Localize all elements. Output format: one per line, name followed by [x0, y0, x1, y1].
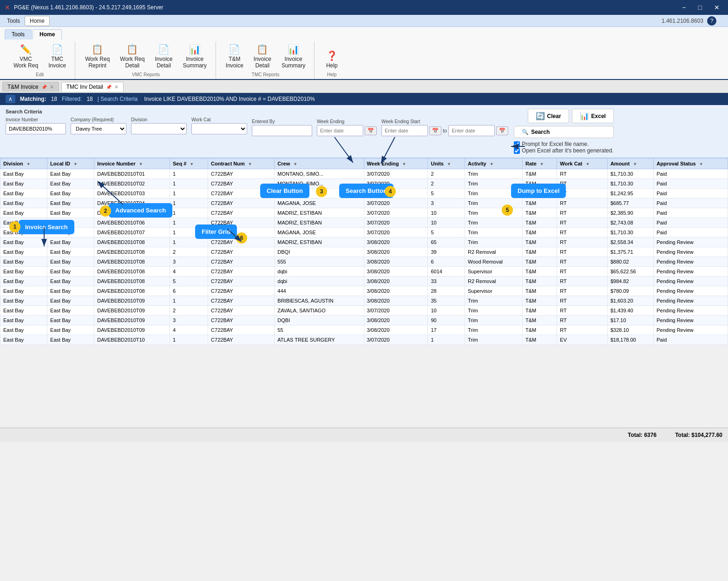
week-ending-input[interactable] — [317, 125, 363, 136]
prompt-excel-checkbox[interactable] — [514, 141, 520, 147]
prompt-excel-option[interactable]: Prompt for Excel file name. — [514, 141, 614, 147]
col-header-units[interactable]: Units ▼ — [428, 158, 465, 169]
doc-tab-tmc-inv-detail[interactable]: TMC Inv Detail 📌 ✕ — [61, 82, 124, 92]
clear-button[interactable]: 🔄 Clear — [528, 109, 569, 123]
cell-4-2: DAVEBEBD2010T05 — [94, 208, 170, 218]
entered-by-input[interactable] — [252, 125, 312, 136]
grid-container[interactable]: Division ▼ Local ID ▼ Invoice Number ▼ S… — [0, 158, 728, 428]
cell-10-8: Supervisor — [465, 267, 523, 277]
cell-10-4: C722BAY — [208, 267, 275, 277]
table-row[interactable]: East BayEast BayDAVEBEBD2010T071C722BAYM… — [0, 228, 728, 238]
week-ending-end-input[interactable] — [448, 125, 495, 136]
menu-home[interactable]: Home — [25, 16, 50, 26]
cell-12-2: DAVEBEBD2010T08 — [94, 286, 170, 296]
col-header-week-ending[interactable]: Week Ending ▼ — [364, 158, 428, 169]
week-ending-start-cal-button[interactable]: 📅 — [429, 126, 441, 135]
cell-2-6: 3/07/2020 — [364, 189, 428, 198]
col-header-amount[interactable]: Amount ▼ — [607, 158, 653, 169]
invoice-summary-tmc-button[interactable]: 📊 InvoiceSummary — [277, 41, 309, 71]
help-circle[interactable]: ? — [707, 16, 716, 26]
cell-0-6: 3/07/2020 — [364, 169, 428, 179]
open-excel-checkbox[interactable] — [514, 148, 520, 154]
week-ending-end-cal-button[interactable]: 📅 — [496, 126, 508, 135]
cell-8-8: R2 Removal — [465, 247, 523, 257]
ribbon-group-help: ❓ Help Help — [315, 48, 348, 79]
table-row[interactable]: East BayEast BayDAVEBEBD2010T082C722BAYD… — [0, 247, 728, 257]
cell-12-8: Supervisor — [465, 286, 523, 296]
ribbon-tab-home[interactable]: Home — [33, 29, 62, 40]
cell-3-9: T&M — [522, 198, 557, 208]
cell-17-3: 1 — [170, 335, 208, 345]
table-row[interactable]: East BayEast BayDAVEBEBD2010T084C722BAYd… — [0, 267, 728, 277]
table-row[interactable]: East BayEast BayDAVEBEBD2010T094C722BAY5… — [0, 325, 728, 335]
cell-12-4: C722BAY — [208, 286, 275, 296]
cell-13-0: East Bay — [0, 296, 47, 306]
table-row[interactable]: East BayEast BayDAVEBEBD2010T092C722BAYZ… — [0, 306, 728, 316]
cell-3-5: MAGANA, JOSE — [275, 198, 364, 208]
menu-bar: Tools Home 1.461.2106.8603 ? — [0, 15, 728, 27]
close-tab-1[interactable]: ✕ — [114, 84, 118, 90]
maximize-button[interactable]: □ — [695, 3, 706, 12]
table-row[interactable]: East BayEast BayDAVEBEBD2010T101C722BAYA… — [0, 335, 728, 345]
table-row[interactable]: East BayEast BayDAVEBEBD2010T011C722BAYM… — [0, 169, 728, 179]
cell-1-6: 3/07/2020 — [364, 179, 428, 189]
collapse-button[interactable]: ∧ — [6, 95, 15, 103]
invoice-summary-vmc-button[interactable]: 📊 InvoiceSummary — [178, 41, 210, 71]
invoice-detail-icon: 📄 — [158, 44, 170, 55]
work-req-detail-button[interactable]: 📋 Work ReqDetail — [116, 41, 149, 71]
company-select[interactable]: Davey Tree — [71, 123, 126, 134]
minimize-button[interactable]: − — [678, 3, 689, 12]
col-header-local-id[interactable]: Local ID ▼ — [47, 158, 94, 169]
close-tab-0[interactable]: ✕ — [50, 84, 54, 90]
help-button[interactable]: ❓ Help — [320, 48, 343, 71]
tm-invoice-button[interactable]: 📄 T&MInvoice — [222, 41, 248, 71]
col-header-rate[interactable]: Rate ▼ — [522, 158, 557, 169]
table-row[interactable]: East BayEast BayDAVEBEBD2010T085C722BAYd… — [0, 277, 728, 286]
close-button[interactable]: ✕ — [710, 3, 723, 12]
vmc-work-req-button[interactable]: ✏️ VMCWork Req — [9, 41, 42, 71]
doc-tab-tmc-inv-detail-label: TMC Inv Detail — [66, 84, 103, 90]
table-row[interactable]: East BayEast BayDAVEBEBD2010T091C722BAYB… — [0, 296, 728, 306]
week-ending-start-input[interactable] — [381, 125, 428, 136]
ribbon: Tools Home ✏️ VMCWork Req 📄 TMCInvoice E… — [0, 27, 728, 80]
week-ending-cal-button[interactable]: 📅 — [365, 126, 377, 135]
table-row[interactable]: East BayEast BayDAVEBEBD2010T086C722BAY4… — [0, 286, 728, 296]
tmc-invoice-button[interactable]: 📄 TMCInvoice — [44, 41, 70, 71]
work-req-reprint-button[interactable]: 📋 Work ReqReprint — [81, 41, 114, 71]
excel-button[interactable]: 📊 Excel — [572, 109, 614, 123]
table-row[interactable]: East BayEast BayDAVEBEBD2010T093C722BAYD… — [0, 316, 728, 325]
cell-2-10: RT — [557, 189, 608, 198]
col-header-invoice-number[interactable]: Invoice Number ▼ — [94, 158, 170, 169]
table-row[interactable]: East BayEast BayDAVEBEBD2010T061C722BAYM… — [0, 218, 728, 228]
week-ending-label: Week Ending — [317, 119, 377, 124]
invoice-detail-button[interactable]: 📄 InvoiceDetail — [151, 41, 177, 71]
status-bar: Total: 6376 Total: $104,277.60 — [0, 428, 728, 442]
table-row[interactable]: East BayEast BayDAVEBEBD2010T081C722BAYM… — [0, 238, 728, 247]
table-row[interactable]: East BayEast BayDAVEBEBD2010T083C722BAY5… — [0, 257, 728, 267]
division-select[interactable] — [131, 123, 187, 134]
cell-16-9: T&M — [522, 325, 557, 335]
col-header-work-cat[interactable]: Work Cat ▼ — [557, 158, 608, 169]
ribbon-tab-tools[interactable]: Tools — [5, 29, 32, 40]
table-row[interactable]: East BayEast BayDAVEBEBD2010T021C722BAYM… — [0, 179, 728, 189]
col-header-contract-num[interactable]: Contract Num ▼ — [208, 158, 275, 169]
table-row[interactable]: East BayEast BayDAVEBEBD2010T051C722BAYM… — [0, 208, 728, 218]
work-cat-select[interactable] — [191, 123, 247, 134]
doc-tab-tm-invoice[interactable]: T&M Invoice 📌 ✕ — [2, 82, 59, 92]
search-criteria-text: Invoice LIKE DAVEBEBD2010% AND Invoice #… — [144, 96, 315, 102]
col-header-seq[interactable]: Seq # ▼ — [170, 158, 208, 169]
invoice-number-input[interactable] — [6, 123, 66, 134]
search-button[interactable]: 🔍 Search — [514, 126, 614, 138]
open-excel-option[interactable]: Open Excel after it's been generated. — [514, 147, 614, 154]
col-header-activity[interactable]: Activity ▼ — [465, 158, 523, 169]
table-row[interactable]: East BayEast BayDAVEBEBD2010T031C722BAYB… — [0, 189, 728, 198]
invoice-detail-tmc-button[interactable]: 📋 InvoiceDetail — [249, 41, 275, 71]
table-row[interactable]: East BayEast BayDAVEBEBD2010T041C722BAYM… — [0, 198, 728, 208]
col-header-approval-status[interactable]: Approval Status ▼ — [654, 158, 728, 169]
menu-tools[interactable]: Tools — [2, 16, 25, 26]
cell-13-5: BRIBIESCAS, AGUSTIN — [275, 296, 364, 306]
invoice-detail-tmc-icon: 📋 — [256, 44, 268, 55]
col-header-crew[interactable]: Crew ▼ — [275, 158, 364, 169]
cell-14-4: C722BAY — [208, 306, 275, 316]
col-header-division[interactable]: Division ▼ — [0, 158, 47, 169]
